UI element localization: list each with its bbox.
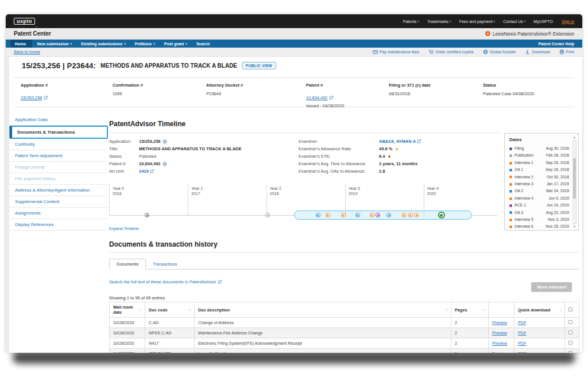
- order-certified-copies-button[interactable]: Order certified copies: [428, 49, 474, 54]
- printer-icon[interactable]: [163, 162, 167, 166]
- select-all-checkbox[interactable]: [568, 307, 572, 311]
- sidebar-item[interactable]: Foreign priority: [9, 162, 108, 173]
- header-doc-code[interactable]: Doc code↑↓: [145, 302, 195, 318]
- sidebar-item[interactable]: Address & Attorney/Agent Information: [9, 185, 108, 196]
- sidebar-item[interactable]: Continuity: [9, 139, 108, 150]
- timeline-event-dot[interactable]: [265, 213, 270, 217]
- row-checkbox[interactable]: [568, 341, 572, 345]
- table-row: 10/28/2020 C.AD Change of Address 2 Prev…: [110, 318, 579, 328]
- topbar-links: Patents▾Trademarks▾Fees and payment▾Cont…: [403, 20, 554, 24]
- search-full-text-link[interactable]: Search the full text of these documents …: [109, 279, 222, 284]
- patent-number-link[interactable]: 10,634,492: [306, 95, 333, 100]
- topbar-link[interactable]: Patents▾: [403, 20, 419, 24]
- showing-entries-text: Showing 1 to 95 of 95 entries: [109, 295, 165, 301]
- nav-item[interactable]: Petitions▾: [130, 40, 160, 48]
- event-color-dot: [509, 204, 512, 207]
- date-list-item: Interview 5 Nov 3, 2019: [509, 216, 569, 223]
- topbar-link[interactable]: Contact Us▾: [503, 20, 525, 24]
- nav-item[interactable]: Search: [192, 40, 216, 48]
- download-button[interactable]: Download: [525, 49, 550, 54]
- pay-maintenance-fees-button[interactable]: Pay maintenance fees: [373, 49, 419, 54]
- header-quick-download[interactable]: Quick download↑↓: [514, 302, 565, 318]
- page: uspto. Patents▾Trademarks▾Fees and payme…: [0, 0, 588, 386]
- sidebar-item[interactable]: Application Data: [9, 114, 108, 126]
- sidebar-item[interactable]: Assignments: [9, 208, 108, 219]
- pdf-link[interactable]: PDF: [518, 330, 527, 336]
- pdf-link[interactable]: PDF: [518, 320, 527, 325]
- row-checkbox[interactable]: [568, 351, 572, 353]
- scroll-up-arrow[interactable]: ▲: [572, 135, 577, 139]
- expand-timeline-link[interactable]: Expand Timeline: [109, 227, 139, 231]
- application-number-link[interactable]: 15/253,256: [21, 95, 48, 100]
- nav-item[interactable]: Post grant▾: [160, 40, 192, 48]
- timeline-event-dot[interactable]: [316, 213, 320, 217]
- back-to-home-link[interactable]: Back to home: [14, 49, 40, 54]
- timeline-event-dot[interactable]: [341, 213, 346, 217]
- sort-icon[interactable]: ↑↓: [446, 308, 448, 311]
- header-doc-description[interactable]: Doc description↑↓: [195, 302, 451, 318]
- uspto-logo[interactable]: uspto: [14, 18, 35, 25]
- tab-documents[interactable]: Documents: [109, 259, 146, 270]
- date-list-item: OA 1 Sep 26, 2018: [509, 166, 569, 173]
- timeline-event-dot[interactable]: [376, 213, 380, 217]
- print-button[interactable]: Print: [559, 49, 574, 54]
- header-mail-room-date[interactable]: Mail room date↑↓: [110, 302, 145, 318]
- date-list-item: Interview 2 Oct 30, 2018: [509, 174, 569, 181]
- date-list-item: Interview 3 Jan 17, 2019: [509, 181, 569, 188]
- sidebar-item[interactable]: Supplemental Content: [9, 196, 108, 208]
- sidebar-item[interactable]: Display References: [9, 219, 108, 231]
- event-color-dot: [509, 169, 512, 171]
- timeline-event-dot[interactable]: [326, 213, 330, 217]
- cell-mail-room-date: 04/08/2020: [110, 349, 145, 353]
- sort-icon[interactable]: ↑↓: [189, 308, 191, 311]
- patent-center-help-link[interactable]: Patent Center Help: [538, 42, 578, 46]
- sort-icon[interactable]: ↑↓: [140, 308, 142, 311]
- examiner-details-column: Examiner: ABAZA, AYMAN A Examiner's Allo…: [299, 138, 505, 175]
- sign-in-link[interactable]: Sign in: [562, 20, 574, 24]
- nav-item[interactable]: New submission▾: [32, 40, 76, 48]
- timeline-event-dot[interactable]: [408, 213, 413, 217]
- preview-link[interactable]: Preview: [492, 341, 507, 346]
- timeline-event-dot[interactable]: [355, 213, 360, 217]
- preview-link[interactable]: Preview: [492, 330, 507, 336]
- scrollbar-thumb[interactable]: [573, 158, 576, 198]
- sidebar-item[interactable]: Patent Term Adjustment: [9, 150, 108, 162]
- timeline-event-dot[interactable]: [370, 213, 374, 217]
- row-checkbox[interactable]: [568, 330, 572, 334]
- nav-item[interactable]: Existing submissions▾: [76, 40, 130, 48]
- scroll-down-arrow[interactable]: ▼: [572, 224, 577, 229]
- printer-icon[interactable]: [163, 139, 167, 144]
- dates-list: Filing Aug 30, 2016 Publication Feb 28, …: [509, 145, 569, 231]
- header-pages[interactable]: Pages↑↓: [451, 302, 489, 318]
- sort-icon[interactable]: ↑↓: [559, 308, 562, 311]
- topbar-link[interactable]: Trademarks▾: [427, 20, 451, 24]
- preview-link[interactable]: Preview: [492, 320, 507, 325]
- pdf-link[interactable]: PDF: [518, 341, 527, 346]
- nav-item[interactable]: Home: [10, 40, 32, 48]
- examiner-link[interactable]: ABAZA, AYMAN A: [379, 138, 421, 145]
- none-selected-button[interactable]: None selected: [531, 282, 572, 292]
- card-shadow: [13, 351, 575, 364]
- topbar-link[interactable]: MyUSPTO: [533, 20, 554, 24]
- global-dossier-button[interactable]: Global Dossier: [483, 49, 516, 54]
- tab-transactions[interactable]: Transactions: [146, 259, 184, 269]
- timeline-event-dot[interactable]: [438, 212, 445, 219]
- header-select-all[interactable]: [565, 302, 579, 318]
- date-list-item: Publication Feb 28, 2018: [509, 152, 569, 159]
- table-row: 04/08/2020 ISSUE.NTF Issue Notification …: [110, 349, 579, 353]
- sort-icon[interactable]: ↑↓: [483, 308, 485, 311]
- preview-link[interactable]: Preview: [492, 351, 507, 353]
- sidebar-item[interactable]: Fee payment history: [9, 173, 108, 185]
- topbar-link[interactable]: Fees and payment▾: [459, 20, 496, 24]
- art-unit-link[interactable]: 2419: [139, 167, 154, 175]
- timeline-event-dot[interactable]: [402, 213, 407, 217]
- pdf-link[interactable]: PDF: [518, 351, 527, 353]
- timeline-event-dot[interactable]: [386, 213, 391, 217]
- cell-pages: 2: [451, 328, 489, 338]
- patent-center-header: Patent Center LexisNexis PatentAdvisor® …: [6, 28, 582, 40]
- sidebar-item[interactable]: Documents & Transactions: [9, 126, 108, 139]
- timeline-event-dot[interactable]: [414, 213, 419, 217]
- dates-scrollbar[interactable]: [572, 139, 577, 224]
- row-checkbox[interactable]: [568, 320, 572, 324]
- timeline-event-dot[interactable]: [145, 213, 149, 217]
